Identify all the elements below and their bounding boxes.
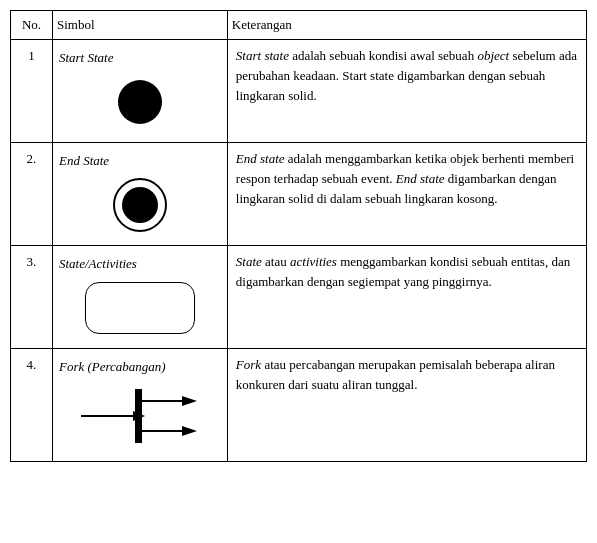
end-state-inner-circle bbox=[122, 187, 158, 223]
svg-marker-6 bbox=[182, 426, 197, 436]
symbol-label: End State bbox=[59, 153, 221, 169]
header-keterangan: Keterangan bbox=[227, 11, 586, 40]
symbol-cell: Fork (Percabangan) bbox=[52, 349, 227, 462]
row-number: 3. bbox=[11, 246, 53, 349]
start-state-icon bbox=[118, 80, 162, 124]
row-number: 4. bbox=[11, 349, 53, 462]
state-activities-rect bbox=[85, 282, 195, 334]
fork-icon bbox=[75, 381, 205, 451]
header-simbol: Simbol bbox=[52, 11, 227, 40]
description-cell: Fork atau percabangan merupakan pemisala… bbox=[227, 349, 586, 462]
symbol-visual bbox=[59, 381, 221, 451]
symbol-label: Start State bbox=[59, 50, 221, 66]
symbol-visual bbox=[59, 72, 221, 132]
symbol-cell: Start State bbox=[52, 40, 227, 143]
header-no: No. bbox=[11, 11, 53, 40]
symbol-visual bbox=[59, 278, 221, 338]
description-cell: State atau activities menggambarkan kond… bbox=[227, 246, 586, 349]
description-cell: End state adalah menggambarkan ketika ob… bbox=[227, 143, 586, 246]
symbol-label: State/Activities bbox=[59, 256, 221, 272]
svg-marker-4 bbox=[182, 396, 197, 406]
row-number: 2. bbox=[11, 143, 53, 246]
description-cell: Start state adalah sebuah kondisi awal s… bbox=[227, 40, 586, 143]
symbol-visual bbox=[59, 175, 221, 235]
end-state-outer-circle bbox=[113, 178, 167, 232]
symbol-label: Fork (Percabangan) bbox=[59, 359, 221, 375]
symbol-cell: End State bbox=[52, 143, 227, 246]
symbol-cell: State/Activities bbox=[52, 246, 227, 349]
row-number: 1 bbox=[11, 40, 53, 143]
